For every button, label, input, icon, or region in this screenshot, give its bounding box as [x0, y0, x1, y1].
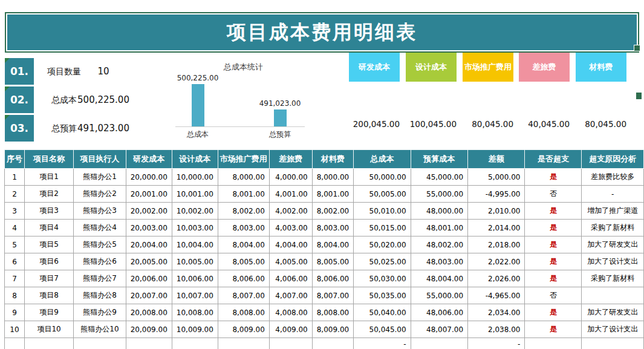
column-header[interactable]: 预算成本: [411, 150, 467, 169]
table-cell[interactable]: 2,034.00: [468, 304, 525, 321]
table-cell[interactable]: 10,002.00: [172, 203, 218, 220]
table-cell[interactable]: 熊猫办公4: [74, 220, 126, 236]
table-cell[interactable]: 50,015.00: [354, 220, 411, 236]
table-cell[interactable]: 熊猫办公9: [74, 304, 126, 321]
table-cell[interactable]: 8: [5, 287, 25, 304]
table-cell[interactable]: 熊猫办公6: [74, 253, 126, 270]
table-cell[interactable]: 项目8: [24, 287, 73, 304]
column-header[interactable]: 材料费: [312, 150, 353, 169]
table-cell[interactable]: 20,009.00: [126, 321, 172, 338]
table-cell[interactable]: 是: [525, 321, 582, 338]
table-cell[interactable]: [74, 338, 126, 349]
table-cell[interactable]: 2,010.00: [468, 203, 525, 220]
table-cell[interactable]: 48,006.00: [411, 304, 467, 321]
table-cell[interactable]: 8,006.00: [312, 270, 353, 287]
table-cell[interactable]: 项目5: [24, 236, 73, 253]
table-cell[interactable]: 8,007.00: [218, 287, 269, 304]
table-cell[interactable]: 20,001.00: [126, 186, 172, 203]
table-cell[interactable]: 3: [5, 203, 25, 220]
table-cell[interactable]: 加大了设计支出: [582, 321, 644, 338]
table-cell[interactable]: 项目10: [24, 321, 73, 338]
table-cell[interactable]: [411, 338, 467, 349]
table-cell[interactable]: 熊猫办公1: [74, 169, 126, 186]
table-cell[interactable]: 50,000.00: [354, 169, 411, 186]
table-cell[interactable]: 项目9: [24, 304, 73, 321]
table-cell[interactable]: 8,003.00: [218, 220, 269, 236]
table-cell[interactable]: 加大了研发支出: [582, 304, 644, 321]
table-cell[interactable]: 4,006.00: [269, 270, 312, 287]
summary-value[interactable]: 10: [75, 66, 132, 77]
table-cell[interactable]: [525, 338, 582, 349]
table-cell[interactable]: 2,018.00: [468, 236, 525, 253]
table-cell[interactable]: -4,965.00: [468, 287, 525, 304]
table-cell[interactable]: 7: [5, 270, 25, 287]
table-cell[interactable]: 20,008.00: [126, 304, 172, 321]
column-header[interactable]: 序号: [5, 150, 25, 169]
summary-value[interactable]: 491,023.00: [75, 123, 132, 134]
table-cell[interactable]: 50,010.00: [354, 203, 411, 220]
table-cell[interactable]: 否: [525, 287, 582, 304]
table-cell[interactable]: 8,006.00: [218, 270, 269, 287]
table-cell[interactable]: -: [468, 338, 525, 349]
table-cell[interactable]: 项目4: [24, 220, 73, 236]
table-cell[interactable]: 8,009.00: [312, 321, 353, 338]
table-cell[interactable]: 4,008.00: [269, 304, 312, 321]
table-cell[interactable]: 项目1: [24, 169, 73, 186]
table-cell[interactable]: 8,008.00: [218, 304, 269, 321]
table-cell[interactable]: 48,007.00: [411, 321, 467, 338]
table-cell[interactable]: 10,009.00: [172, 321, 218, 338]
table-cell[interactable]: 50,040.00: [354, 304, 411, 321]
table-cell[interactable]: 50,025.00: [354, 253, 411, 270]
table-cell[interactable]: 2,026.00: [468, 270, 525, 287]
table-cell[interactable]: 10,000.00: [172, 169, 218, 186]
table-cell[interactable]: 加大了研发支出: [582, 236, 644, 253]
table-cell[interactable]: 熊猫办公10: [74, 321, 126, 338]
table-cell[interactable]: 20,005.00: [126, 253, 172, 270]
table-cell[interactable]: [582, 287, 644, 304]
table-cell[interactable]: [126, 338, 172, 349]
table-cell[interactable]: 48,003.00: [411, 253, 467, 270]
table-cell[interactable]: 是: [525, 203, 582, 220]
category-total[interactable]: 200,045.00: [349, 119, 400, 129]
table-cell[interactable]: 8,004.00: [218, 236, 269, 253]
table-cell[interactable]: 8,000.00: [312, 169, 353, 186]
table-cell[interactable]: 10,008.00: [172, 304, 218, 321]
table-cell[interactable]: 8,001.00: [312, 186, 353, 203]
table-cell[interactable]: 5,000.00: [468, 169, 525, 186]
category-total[interactable]: 80,045.00: [576, 119, 626, 129]
table-cell[interactable]: 48,002.00: [411, 236, 467, 253]
table-cell[interactable]: 是: [525, 220, 582, 236]
table-cell[interactable]: 4,003.00: [269, 220, 312, 236]
column-header[interactable]: 市场推广费用: [218, 150, 269, 169]
table-cell[interactable]: 10,006.00: [172, 270, 218, 287]
table-cell[interactable]: 4,004.00: [269, 236, 312, 253]
table-cell[interactable]: [5, 338, 25, 349]
table-cell[interactable]: 55,000.00: [411, 186, 467, 203]
table-cell[interactable]: 20,006.00: [126, 270, 172, 287]
table-cell[interactable]: 4: [5, 220, 25, 236]
table-cell[interactable]: 2,022.00: [468, 253, 525, 270]
table-cell[interactable]: 8,005.00: [312, 253, 353, 270]
table-cell[interactable]: 5: [5, 236, 25, 253]
table-cell[interactable]: 8,002.00: [218, 203, 269, 220]
table-cell[interactable]: 8,009.00: [218, 321, 269, 338]
table-cell[interactable]: 45,000.00: [411, 169, 467, 186]
table-cell[interactable]: 熊猫办公7: [74, 270, 126, 287]
table-cell[interactable]: 48,001.00: [411, 220, 467, 236]
table-cell[interactable]: 采购了新材料: [582, 220, 644, 236]
table-cell[interactable]: [269, 338, 312, 349]
table-cell[interactable]: 项目7: [24, 270, 73, 287]
table-cell[interactable]: 8,004.00: [312, 236, 353, 253]
table-cell[interactable]: 10,003.00: [172, 220, 218, 236]
column-header[interactable]: 是否超支: [525, 150, 582, 169]
table-cell[interactable]: 20,004.00: [126, 236, 172, 253]
table-cell[interactable]: 8,008.00: [312, 304, 353, 321]
table-cell[interactable]: 项目2: [24, 186, 73, 203]
category-total[interactable]: 80,045.00: [463, 119, 513, 129]
table-cell[interactable]: [218, 338, 269, 349]
column-header[interactable]: 差旅费: [269, 150, 312, 169]
table-cell[interactable]: 加大了设计支出: [582, 253, 644, 270]
table-cell[interactable]: 10,005.00: [172, 253, 218, 270]
table-cell[interactable]: 是: [525, 304, 582, 321]
table-cell[interactable]: 差旅费比较多: [582, 169, 644, 186]
